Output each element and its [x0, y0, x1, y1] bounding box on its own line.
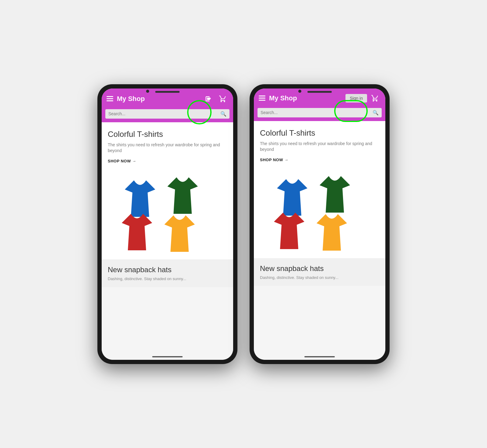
hero-section-2: Colorful T-shirts The shirts you need to…	[254, 121, 385, 167]
search-bar-1: 🔍	[105, 109, 229, 119]
home-bar-1	[152, 356, 183, 357]
tshirts-graphic-1	[119, 174, 216, 253]
phone-1: My Shop	[97, 84, 237, 364]
bottom-section-2: New snapback hats Dashing, distinctive. …	[254, 258, 385, 286]
hero-section-1: Colorful T-shirts The shirts you need to…	[102, 122, 233, 168]
tshirts-graphic-2	[271, 173, 368, 252]
search-input-1[interactable]	[108, 111, 220, 116]
header-actions-1	[203, 93, 228, 105]
app-header-1: My Shop	[102, 89, 233, 122]
app-header-2: My Shop Sign in 🔍	[254, 89, 385, 121]
search-button-2[interactable]: 🔍	[373, 110, 379, 116]
hero-subtitle-1: The shirts you need to refresh your ward…	[108, 142, 227, 154]
header-actions-2: Sign in	[345, 93, 380, 104]
hero-title-2: Colorful T-shirts	[260, 128, 379, 138]
app-content-1: Colorful T-shirts The shirts you need to…	[102, 122, 233, 360]
phones-container: My Shop	[97, 84, 390, 364]
app-content-2: Colorful T-shirts The shirts you need to…	[254, 121, 385, 360]
shop-title-1: My Shop	[117, 95, 199, 103]
shop-title-2: My Shop	[269, 94, 342, 102]
cart-button-2[interactable]	[370, 93, 380, 104]
cart-icon-1	[219, 95, 227, 103]
shop-now-button-2[interactable]: SHOP NOW →	[260, 158, 289, 162]
phone-2: My Shop Sign in 🔍	[250, 84, 390, 364]
shop-now-button-1[interactable]: SHOP NOW →	[108, 159, 136, 163]
search-input-2[interactable]	[261, 110, 373, 115]
tshirt-image-2	[254, 167, 385, 258]
bottom-subtitle-2: Dashing, distinctive. Stay shaded on sun…	[260, 275, 379, 280]
hero-title-1: Colorful T-shirts	[108, 130, 227, 139]
hamburger-menu-1[interactable]	[107, 96, 113, 101]
bottom-title-2: New snapback hats	[260, 264, 379, 273]
sign-in-text-button-2[interactable]: Sign in	[345, 94, 367, 102]
bottom-subtitle-1: Dashing, distinctive. Stay shaded on sun…	[108, 276, 227, 281]
hero-subtitle-2: The shirts you need to refresh your ward…	[260, 141, 379, 153]
hamburger-menu-2[interactable]	[259, 96, 265, 101]
cart-button-1[interactable]	[217, 93, 228, 104]
tshirt-image-1	[102, 168, 233, 259]
cart-icon-2	[371, 94, 379, 102]
home-bar-2	[304, 356, 335, 357]
bottom-section-1: New snapback hats Dashing, distinctive. …	[102, 259, 233, 287]
search-button-1[interactable]: 🔍	[220, 111, 226, 117]
sign-in-icon-button-1[interactable]	[203, 93, 215, 105]
bottom-title-1: New snapback hats	[108, 266, 227, 274]
sign-in-arrow-icon	[205, 95, 213, 103]
search-bar-2: 🔍	[258, 108, 382, 117]
